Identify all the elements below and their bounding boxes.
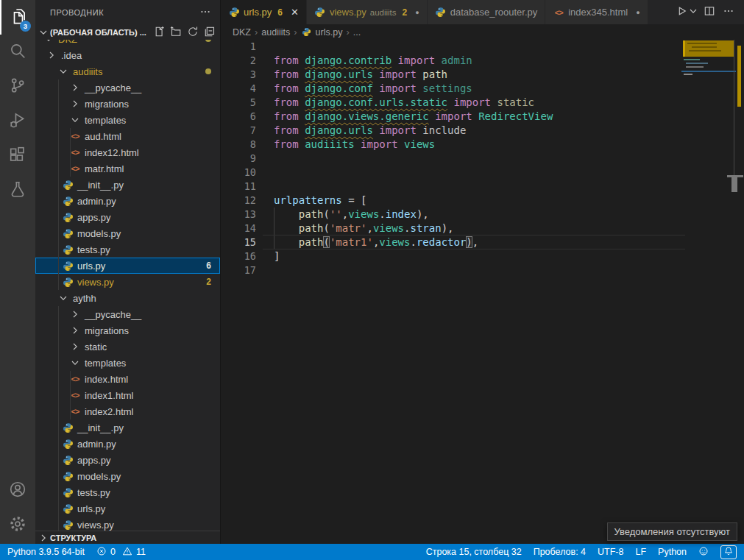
search-icon [9, 42, 26, 63]
code-line-7[interactable]: 7from django.urls import include [221, 124, 744, 138]
code-line-4[interactable]: 4from django.conf import settings [221, 82, 744, 96]
tree-item-index12.html[interactable]: <>index12.html [35, 144, 220, 160]
tree-item-static[interactable]: static [35, 339, 220, 355]
tree-item-admin.py[interactable]: admin.py [35, 193, 220, 209]
tree-item-__pycache__[interactable]: __pycache__ [35, 306, 220, 322]
indent-guide [58, 517, 59, 531]
tree-item-index1.html[interactable]: <>index1.html [35, 387, 220, 403]
new-file-icon[interactable] [153, 26, 165, 39]
status-python-interpreter[interactable]: Python 3.9.5 64-bit [7, 547, 85, 557]
code-line-14[interactable]: 14 path('matr',views.stran), [221, 221, 744, 235]
python-file-icon [62, 211, 74, 223]
close-icon[interactable]: ✕ [291, 7, 299, 18]
code-line-2[interactable]: 2from django.contrib import admin [221, 54, 744, 68]
workspace-section-header[interactable]: (РАБОЧАЯ ОБЛАСТЬ) ... [35, 25, 220, 40]
code-line-3[interactable]: 3from django.urls import path [221, 68, 744, 82]
tree-item-urls.py[interactable]: urls.py6 [35, 258, 220, 274]
tree-item-templates[interactable]: templates [35, 112, 220, 128]
tree-item-aud.html[interactable]: <>aud.html [35, 128, 220, 144]
activitybar-testing[interactable] [0, 173, 35, 208]
tree-item-__init__.py[interactable]: __init__.py [35, 177, 220, 193]
tab-index345.html[interactable]: <>index345.html● [545, 0, 648, 24]
more-actions[interactable] [720, 4, 737, 21]
breadcrumb-item-urls.py[interactable]: urls.py [301, 26, 343, 38]
tree-item-index2.html[interactable]: <>index2.html [35, 403, 220, 419]
breadcrumb-item-DKZ[interactable]: DKZ [233, 27, 251, 38]
tree-item-migrations[interactable]: migrations [35, 322, 220, 339]
code-line-12[interactable]: 12urlpatterns = [ [221, 194, 744, 208]
collapse-all-icon[interactable] [204, 26, 216, 39]
tree-item-migrations[interactable]: migrations [35, 96, 220, 112]
tree-item-views.py[interactable]: views.py [35, 517, 220, 531]
new-folder-icon[interactable] [170, 26, 182, 39]
tree-item-apps.py[interactable]: apps.py [35, 452, 220, 468]
run-dropdown[interactable] [688, 4, 698, 21]
code-editor[interactable]: 12from django.contrib import admin3from … [221, 40, 744, 544]
code-line-17[interactable]: 17 [221, 263, 744, 277]
tab-views.py[interactable]: views.pyaudiiits2● [307, 0, 428, 24]
tab-database_roouter.py[interactable]: database_roouter.py [428, 0, 546, 24]
status-language-mode[interactable]: Python [658, 547, 687, 557]
outline-section-header[interactable]: СТРУКТУРА [35, 531, 220, 544]
activitybar-search[interactable] [0, 35, 35, 69]
status-encoding[interactable]: UTF-8 [598, 547, 623, 557]
indent-guide [58, 339, 59, 355]
status-cursor-position[interactable]: Строка 15, столбец 32 [426, 547, 522, 557]
indent-guide [58, 306, 59, 322]
tab-problems-badge: 6 [277, 7, 283, 18]
problems-badge: 6 [206, 260, 211, 271]
code-line-8[interactable]: 8from audiiits import views [221, 138, 744, 152]
status-indentation[interactable]: Пробелов: 4 [534, 547, 586, 557]
python-file-icon [62, 503, 74, 514]
code-line-15[interactable]: 15 path('matr1',views.redactor), [221, 235, 744, 249]
activitybar-explorer[interactable]: 3 [0, 0, 35, 35]
code-line-6[interactable]: 6from django.views.generic import Redire… [221, 110, 744, 124]
tree-item-__pycache__[interactable]: __pycache__ [35, 79, 220, 96]
activitybar-run-debug[interactable] [0, 104, 35, 138]
activitybar-source-control[interactable] [0, 69, 35, 104]
refresh-icon[interactable] [187, 26, 199, 39]
tree-item-apps.py[interactable]: apps.py [35, 209, 220, 225]
status-feedback[interactable] [698, 546, 709, 559]
status-eol[interactable]: LF [635, 547, 646, 557]
tree-item-matr.html[interactable]: <>matr.html [35, 160, 220, 177]
code-line-1[interactable]: 1 [221, 40, 744, 54]
tree-item-DKZ[interactable]: DKZ [35, 39, 220, 47]
code-line-5[interactable]: 5from django.conf.urls.static import sta… [221, 96, 744, 110]
code-line-9[interactable]: 9 [221, 152, 744, 166]
dirty-dot[interactable]: ● [636, 9, 640, 16]
tree-item-audiiits[interactable]: audiiits [35, 63, 220, 79]
breadcrumb: DKZ›audiiits›urls.py›... [221, 24, 744, 40]
line-number: 13 [221, 208, 256, 221]
tree-item-models.py[interactable]: models.py [35, 468, 220, 484]
breadcrumb-item-audiiits[interactable]: audiiits [261, 27, 290, 38]
tree-item-admin.py[interactable]: admin.py [35, 436, 220, 452]
tree-item-tests.py[interactable]: tests.py [35, 484, 220, 500]
activitybar-account[interactable] [0, 473, 35, 508]
activitybar-extensions[interactable] [0, 138, 35, 173]
chevron-right-icon [38, 532, 49, 544]
tree-item-index.html[interactable]: <>index.html [35, 371, 220, 387]
code-line-10[interactable]: 10 [221, 166, 744, 180]
activitybar-settings[interactable] [0, 508, 35, 542]
dirty-dot[interactable]: ● [415, 9, 419, 16]
tree-item-urls.py[interactable]: urls.py [35, 500, 220, 517]
status-problems[interactable]: 011 [96, 546, 146, 559]
tab-urls.py[interactable]: urls.py6✕ [221, 0, 307, 24]
tree-item-aythh[interactable]: aythh [35, 290, 220, 306]
scrollbar-thumb[interactable] [731, 177, 737, 192]
status-notifications[interactable] [720, 545, 737, 559]
code-line-16[interactable]: 16] [221, 249, 744, 263]
sidebar-more-actions[interactable] [199, 6, 211, 19]
breadcrumb-item-...[interactable]: ... [353, 27, 361, 38]
code-line-13[interactable]: 13 path('',views.index), [221, 208, 744, 221]
indent-guide [58, 419, 59, 436]
code-line-11[interactable]: 11 [221, 180, 744, 194]
tree-item-__init__.py[interactable]: __init__.py [35, 419, 220, 436]
split-editor-button[interactable] [701, 4, 718, 21]
tree-item-models.py[interactable]: models.py [35, 225, 220, 241]
tree-item-templates[interactable]: templates [35, 355, 220, 371]
tree-item-.idea[interactable]: .idea [35, 47, 220, 63]
tree-item-tests.py[interactable]: tests.py [35, 241, 220, 258]
tree-item-views.py[interactable]: views.py2 [35, 274, 220, 290]
